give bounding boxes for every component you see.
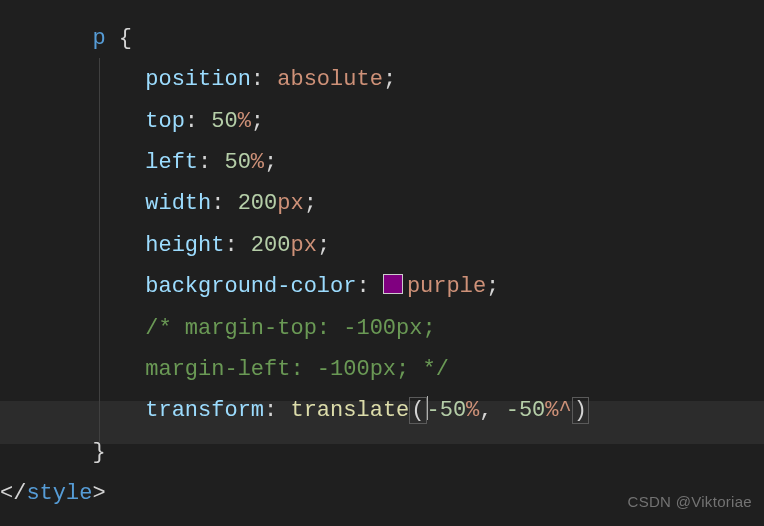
code-line: left: 50%; <box>0 142 764 183</box>
code-line: position: absolute; <box>0 59 764 100</box>
code-line: } <box>0 432 764 473</box>
color-swatch-icon <box>383 274 403 294</box>
bracket-match: ( <box>409 397 426 424</box>
code-line: margin-left: -100px; */ <box>0 349 764 390</box>
code-line: top: 50%; <box>0 101 764 142</box>
code-line: transform: translate(-50%, -50%^) <box>0 390 764 431</box>
css-selector: p <box>92 26 105 51</box>
watermark-text: CSDN @Viktoriae <box>628 488 753 516</box>
code-line: p { <box>0 18 764 59</box>
code-line: width: 200px; <box>0 183 764 224</box>
code-line: /* margin-top: -100px; <box>0 308 764 349</box>
code-line: height: 200px; <box>0 225 764 266</box>
code-editor[interactable]: p { position: absolute; top: 50%; left: … <box>0 0 764 514</box>
bracket-match: ) <box>572 397 589 424</box>
code-line: background-color: purple; <box>0 266 764 307</box>
